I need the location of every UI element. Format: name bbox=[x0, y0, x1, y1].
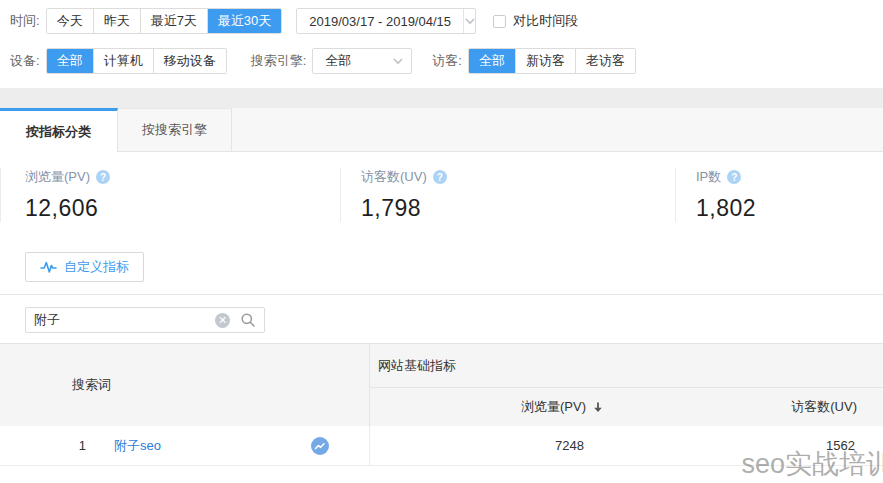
section-divider bbox=[0, 294, 883, 295]
tab-by-metric[interactable]: 按指标分类 bbox=[0, 108, 118, 152]
time-option-last7days[interactable]: 最近7天 bbox=[140, 9, 207, 33]
metric-pv-label: 浏览量(PV) bbox=[25, 168, 90, 186]
device-option-all[interactable]: 全部 bbox=[47, 48, 93, 74]
help-icon[interactable]: ? bbox=[96, 170, 110, 184]
search-term-cell: 1 附子seo bbox=[0, 426, 370, 465]
table-header-right: 网站基础指标 浏览量(PV) 访客数(UV) bbox=[370, 344, 883, 426]
keyword-search-box: ✕ bbox=[25, 307, 265, 333]
rank-number: 1 bbox=[30, 438, 86, 453]
visitor-option-new[interactable]: 新访客 bbox=[515, 49, 575, 73]
filter-panel: 时间: 今天 昨天 最近7天 最近30天 2019/03/17 - 2019/0… bbox=[0, 0, 883, 74]
date-range-picker[interactable]: 2019/03/17 - 2019/04/15 bbox=[296, 8, 476, 34]
visitor-option-returning[interactable]: 老访客 bbox=[575, 49, 635, 73]
metric-ip-value: 1,802 bbox=[696, 195, 883, 222]
help-icon[interactable]: ? bbox=[433, 170, 447, 184]
column-header-search-term: 搜索词 bbox=[0, 344, 370, 426]
sub-header-row: 浏览量(PV) 访客数(UV) bbox=[370, 388, 883, 426]
metric-pv-value: 12,606 bbox=[25, 195, 340, 222]
pv-value-cell: 7248 bbox=[370, 426, 610, 465]
date-range-chevron[interactable] bbox=[463, 9, 475, 33]
custom-metric-button-label: 自定义指标 bbox=[64, 258, 129, 276]
metric-uv-label: 访客数(UV) bbox=[361, 168, 427, 186]
device-option-pc[interactable]: 计算机 bbox=[93, 49, 153, 73]
device-group: 全部 计算机 移动设备 bbox=[46, 48, 227, 74]
uv-value-cell: 1562 bbox=[610, 426, 883, 465]
tab-by-search-engine[interactable]: 按搜索引擎 bbox=[118, 108, 232, 151]
metric-ip: IP数 ? 1,802 bbox=[675, 168, 883, 222]
time-filter-row: 时间: 今天 昨天 最近7天 最近30天 2019/03/17 - 2019/0… bbox=[10, 8, 883, 34]
visitor-option-all[interactable]: 全部 bbox=[469, 48, 515, 74]
visitor-filter-label: 访客: bbox=[432, 52, 462, 70]
metric-uv: 访客数(UV) ? 1,798 bbox=[340, 168, 675, 222]
search-engine-chevron bbox=[385, 58, 411, 65]
uv-header-label: 访客数(UV) bbox=[791, 398, 857, 416]
metric-uv-value: 1,798 bbox=[361, 195, 675, 222]
help-icon[interactable]: ? bbox=[727, 170, 741, 184]
date-range-value: 2019/03/17 - 2019/04/15 bbox=[297, 14, 463, 29]
pv-header-label: 浏览量(PV) bbox=[521, 398, 586, 416]
time-range-group: 今天 昨天 最近7天 最近30天 bbox=[46, 8, 283, 34]
compare-period-label: 对比时间段 bbox=[513, 12, 578, 30]
time-filter-label: 时间: bbox=[10, 12, 40, 30]
column-header-uv[interactable]: 访客数(UV) bbox=[610, 388, 883, 426]
table-header: 搜索词 网站基础指标 浏览量(PV) 访客数(UV) bbox=[0, 344, 883, 426]
tab-by-search-engine-label: 按搜索引擎 bbox=[142, 121, 207, 139]
metric-ip-label: IP数 bbox=[696, 168, 721, 186]
tab-by-metric-label: 按指标分类 bbox=[26, 123, 91, 141]
search-term-header-label: 搜索词 bbox=[72, 376, 111, 394]
group-header-label: 网站基础指标 bbox=[378, 357, 456, 375]
search-engine-filter-label: 搜索引擎: bbox=[251, 52, 307, 70]
clear-icon[interactable]: ✕ bbox=[215, 313, 230, 328]
keyword-search-input[interactable] bbox=[34, 313, 215, 328]
device-option-mobile[interactable]: 移动设备 bbox=[153, 49, 226, 73]
chevron-down-icon bbox=[465, 18, 475, 25]
device-filter-row: 设备: 全部 计算机 移动设备 搜索引擎: 全部 访客: 全部 新访客 老访客 bbox=[10, 48, 883, 74]
search-engine-selected-value: 全部 bbox=[313, 52, 385, 70]
compare-period-checkbox[interactable] bbox=[493, 15, 506, 28]
chevron-down-icon bbox=[393, 58, 403, 65]
pulse-icon bbox=[40, 260, 57, 274]
custom-metric-button[interactable]: 自定义指标 bbox=[25, 252, 144, 282]
search-engine-dropdown[interactable]: 全部 bbox=[312, 48, 412, 74]
tab-strip-filler bbox=[232, 108, 883, 151]
page-background-band bbox=[0, 88, 883, 108]
time-option-yesterday[interactable]: 昨天 bbox=[93, 9, 140, 33]
time-option-last30days[interactable]: 最近30天 bbox=[207, 8, 281, 34]
trend-chart-icon[interactable] bbox=[311, 437, 329, 455]
column-header-pv[interactable]: 浏览量(PV) bbox=[370, 388, 610, 426]
table-row: 1 附子seo 7248 1562 bbox=[0, 426, 883, 466]
search-icon[interactable] bbox=[240, 312, 256, 328]
device-filter-label: 设备: bbox=[10, 52, 40, 70]
time-option-today[interactable]: 今天 bbox=[47, 9, 93, 33]
group-header-site-metrics: 网站基础指标 bbox=[370, 344, 883, 388]
visitor-group: 全部 新访客 老访客 bbox=[468, 48, 636, 74]
summary-metrics: 浏览量(PV) ? 12,606 访客数(UV) ? 1,798 IP数 ? 1… bbox=[0, 152, 883, 240]
metric-pv: 浏览量(PV) ? 12,606 bbox=[0, 168, 340, 222]
tab-strip: 按指标分类 按搜索引擎 bbox=[0, 108, 883, 152]
keyword-table: 搜索词 网站基础指标 浏览量(PV) 访客数(UV) 1 附子seo bbox=[0, 343, 883, 466]
search-term-link[interactable]: 附子seo bbox=[114, 437, 161, 455]
sort-desc-icon[interactable] bbox=[592, 401, 604, 414]
